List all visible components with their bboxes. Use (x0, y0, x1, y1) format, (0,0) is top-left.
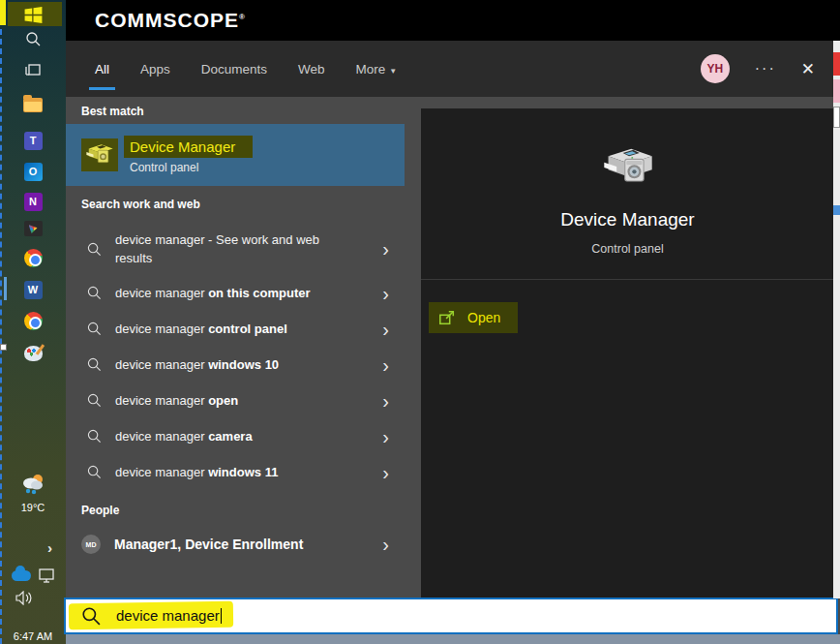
best-match-result[interactable]: Device Manager Control panel (66, 124, 405, 186)
search-suggestion[interactable]: device manager on this computer › (66, 275, 405, 311)
chevron-right-icon: › (382, 391, 389, 411)
windows-logo-icon (24, 7, 43, 23)
tab-all[interactable]: All (93, 43, 111, 96)
screen-capture-app-button[interactable] (0, 219, 66, 238)
tab-apps[interactable]: Apps (138, 43, 172, 96)
palette-swatch-white (833, 107, 840, 128)
search-icon (87, 322, 102, 336)
volume-icon (15, 591, 33, 605)
palette-swatch-red (833, 52, 840, 76)
preview-title: Device Manager (421, 209, 834, 230)
best-match-title: Device Manager (124, 136, 253, 158)
outlook-button[interactable]: O (0, 162, 66, 181)
device-manager-icon-large (600, 143, 656, 196)
taskbar-search-button[interactable] (0, 30, 66, 47)
network-display-icon[interactable] (39, 568, 54, 583)
person-avatar: MD (81, 535, 101, 554)
person-result[interactable]: MD Manager1, Device Enrollment › (66, 525, 405, 564)
search-suggestion[interactable]: device manager windows 10 › (66, 347, 405, 383)
tab-more[interactable]: More▼ (354, 43, 400, 96)
paint-button[interactable] (0, 344, 66, 363)
word-button[interactable]: W (0, 280, 66, 299)
chevron-right-icon: › (382, 320, 389, 339)
chrome-button[interactable] (0, 248, 66, 267)
weather-icon (19, 473, 46, 496)
task-view-icon (25, 62, 42, 77)
chevron-right-icon: › (47, 539, 52, 556)
search-suggestion[interactable]: device manager open › (66, 383, 405, 418)
tab-documents[interactable]: Documents (199, 43, 269, 96)
weather-widget[interactable] (0, 471, 66, 498)
search-suggestion[interactable]: device manager - See work and web result… (66, 223, 405, 275)
chrome-icon (24, 312, 43, 330)
suggestion-text: device manager open (115, 391, 355, 411)
search-icon (87, 465, 102, 479)
annotation-yellow-mark (0, 0, 6, 25)
chevron-right-icon: › (382, 427, 389, 446)
chrome-icon (24, 249, 43, 267)
search-icon (25, 31, 41, 46)
background-app-palette-strip (833, 41, 840, 598)
search-icon (81, 606, 101, 626)
open-button[interactable]: Open (429, 302, 518, 333)
tray-icons (0, 566, 66, 585)
suggestion-list: device manager - See work and web result… (66, 223, 405, 490)
search-icon (87, 242, 102, 257)
open-label: Open (467, 310, 500, 325)
search-input[interactable]: device manager (64, 598, 838, 634)
annotation-selection-handle (0, 344, 7, 351)
search-suggestion[interactable]: device manager windows 11 › (66, 454, 405, 490)
word-icon: W (24, 281, 43, 299)
open-external-icon (438, 309, 456, 326)
file-explorer-button[interactable] (0, 95, 66, 114)
chevron-down-icon: ▼ (389, 67, 397, 76)
close-icon[interactable]: ✕ (801, 59, 815, 79)
user-avatar[interactable]: YH (701, 54, 730, 83)
suggestion-text: device manager windows 11 (115, 463, 355, 482)
task-view-button[interactable] (0, 61, 66, 78)
search-suggestion[interactable]: device manager control panel › (66, 311, 405, 347)
suggestion-text: device manager windows 10 (115, 355, 355, 375)
divider (421, 279, 834, 280)
search-icon (87, 429, 102, 444)
people-header: People (81, 504, 119, 517)
teams-button[interactable]: T (0, 131, 66, 150)
search-tab-bar: All Apps Documents Web More▼ YH ··· ✕ (66, 41, 840, 97)
clock[interactable]: 6:47 AM (0, 629, 66, 644)
best-match-header: Best match (81, 105, 144, 118)
search-icon (87, 357, 102, 372)
suggestion-text: device manager on this computer (115, 284, 355, 303)
device-manager-icon (81, 138, 118, 171)
onenote-icon: N (24, 193, 43, 211)
tab-web[interactable]: Web (296, 43, 327, 96)
chevron-right-icon: › (382, 284, 389, 303)
volume-button[interactable] (0, 589, 66, 606)
best-match-subtitle: Control panel (130, 161, 253, 174)
search-query-text: device manager (116, 607, 220, 624)
onenote-button[interactable]: N (0, 192, 66, 211)
text-caret (221, 608, 222, 624)
chrome-button-2[interactable] (0, 311, 66, 330)
suggestion-text: device manager camera (115, 427, 355, 446)
paint-icon (24, 346, 43, 361)
chevron-right-icon: › (382, 239, 389, 259)
search-results-panel: Best match Device Manager Contro (66, 97, 840, 598)
suggestion-text: device manager control panel (115, 320, 355, 339)
commscope-logo: COMMSCOPE® (95, 9, 246, 32)
chevron-right-icon: › (382, 535, 389, 554)
search-suggestion[interactable]: device manager camera › (66, 418, 405, 454)
chevron-right-icon: › (382, 355, 389, 375)
palette-swatch-pink (833, 79, 840, 103)
show-hidden-icons-button[interactable]: › (0, 538, 66, 556)
onedrive-icon[interactable] (12, 570, 31, 581)
screen-capture-app-icon (24, 221, 43, 236)
commscope-banner: COMMSCOPE® (66, 0, 840, 41)
teams-icon: T (24, 132, 43, 150)
windows-search-flyout: T O N W (0, 0, 840, 644)
start-button[interactable] (0, 4, 66, 25)
search-icon (87, 393, 102, 408)
chevron-right-icon: › (382, 463, 389, 482)
search-web-header: Search work and web (81, 198, 200, 211)
more-options-icon[interactable]: ··· (755, 60, 776, 77)
annotation-dashed-border (0, 0, 2, 644)
